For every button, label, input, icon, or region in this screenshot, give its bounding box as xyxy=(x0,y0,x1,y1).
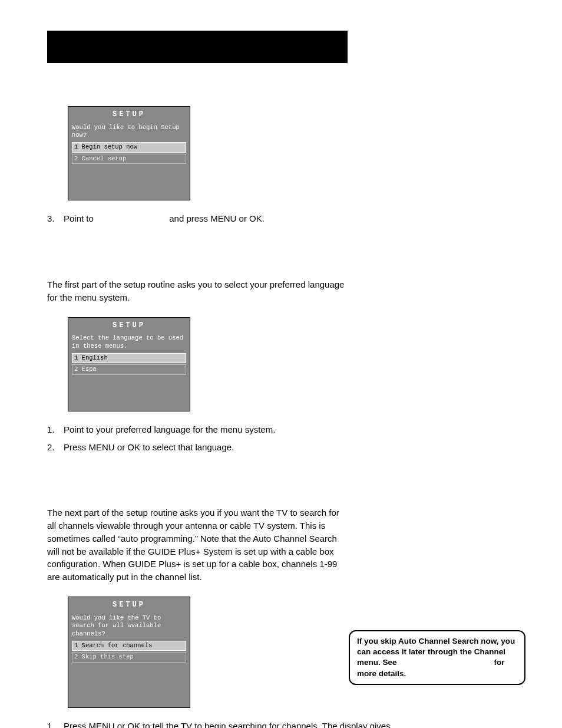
header-black-bar xyxy=(47,31,348,63)
tv-option-skip: 2 Skip this step xyxy=(72,652,186,663)
step-list-language: 1. Point to your preferred language for … xyxy=(47,423,401,454)
tv-title: SETUP xyxy=(68,318,190,334)
lang-step-2: 2. Press MENU or OK to select that langu… xyxy=(47,441,401,454)
tv-option-english: 1 English xyxy=(72,353,186,364)
step-list-channel: 1. Press MENU or OK to tell the TV to be… xyxy=(47,720,401,728)
lang-step-1: 1. Point to your preferred language for … xyxy=(47,423,401,436)
channel-intro: The next part of the setup routine asks … xyxy=(47,506,345,584)
tv-prompt: Select the language to be used in these … xyxy=(68,333,190,351)
tv-screen-begin-setup: SETUP Would you like to begin Setup now?… xyxy=(68,106,190,200)
step3-post: and press MENU or OK. xyxy=(167,213,265,223)
tv-option-espa: 2 Espa xyxy=(72,364,186,375)
tv-screen-language: SETUP Select the language to be used in … xyxy=(68,317,190,411)
tv-option-cancel: 2 Cancel setup xyxy=(72,154,186,164)
step-list-begin: 3. Point to Begin setup now and press ME… xyxy=(47,212,401,225)
language-intro: The first part of the setup routine asks… xyxy=(47,278,345,304)
tip-box: If you skip Auto Channel Search now, you… xyxy=(349,630,525,685)
tip-line1: If you skip Auto Channel Search now, you… xyxy=(357,637,515,667)
tv-title: SETUP xyxy=(68,107,190,123)
tv-option-begin: 1 Begin setup now xyxy=(72,142,186,153)
tv-option-search: 1 Search for channels xyxy=(72,641,186,651)
tv-title: SETUP xyxy=(68,597,190,613)
step-3: 3. Point to Begin setup now and press ME… xyxy=(47,212,401,225)
tv-prompt: Would you like to begin Setup now? xyxy=(68,123,190,141)
step3-pre: Point to xyxy=(64,213,96,223)
chan-step-1: 1. Press MENU or OK to tell the TV to be… xyxy=(47,720,401,728)
main-content: SETUP Would you like to begin Setup now?… xyxy=(47,106,401,728)
tv-prompt: Would you like the TV to search for all … xyxy=(68,613,190,640)
tv-screen-channel-search: SETUP Would you like the TV to search fo… xyxy=(68,597,190,708)
